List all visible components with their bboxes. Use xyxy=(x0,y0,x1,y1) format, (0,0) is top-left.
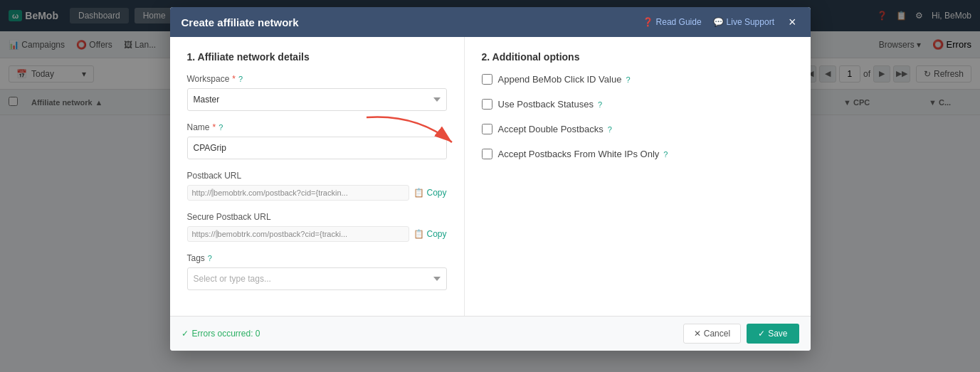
errors-status: ✓ Errors occurred: 0 xyxy=(181,329,260,339)
modal-header-actions: ❓ Read Guide 💬 Live Support × xyxy=(643,16,799,28)
name-label: Name * ? xyxy=(187,122,447,132)
use-postback-statuses-group: Use Postback Statuses ? xyxy=(482,99,794,110)
section1-title: 1. Affiliate network details xyxy=(187,51,447,63)
save-check-icon: ✓ xyxy=(758,329,765,339)
secure-postback-url-field-group: Secure Postback URL https:// bemobtrk.co… xyxy=(187,212,447,242)
secure-postback-url-row: https:// bemobtrk.com/postback?cid={trac… xyxy=(187,226,447,242)
secure-postback-url-value: https:// bemobtrk.com/postback?cid={trac… xyxy=(187,226,410,242)
section2-title: 2. Additional options xyxy=(482,51,794,63)
modal-overlay: Create affiliate network ❓ Read Guide 💬 … xyxy=(0,0,980,372)
append-click-id-help-icon[interactable]: ? xyxy=(626,75,630,84)
accept-double-postbacks-help-icon[interactable]: ? xyxy=(608,125,612,134)
question-circle-icon: ❓ xyxy=(643,17,653,27)
workspace-help-icon[interactable]: ? xyxy=(238,75,243,83)
name-help-icon[interactable]: ? xyxy=(218,123,223,132)
accept-white-ips-help-icon[interactable]: ? xyxy=(663,150,668,159)
accept-double-postbacks-text: Accept Double Postbacks xyxy=(498,124,604,134)
tags-help-icon[interactable]: ? xyxy=(208,254,212,262)
tags-select[interactable]: Select or type tags... xyxy=(187,267,447,290)
live-support-label: Live Support xyxy=(727,17,774,27)
name-label-text: Name xyxy=(187,122,210,132)
use-postback-statuses-help-icon[interactable]: ? xyxy=(598,100,602,109)
postback-url-label-text: Postback URL xyxy=(187,171,242,181)
name-required-star: * xyxy=(213,122,216,132)
workspace-label-text: Workspace xyxy=(187,74,230,84)
annotation-arrow xyxy=(465,110,467,160)
workspace-select[interactable]: Master xyxy=(187,88,447,111)
cancel-label: Cancel xyxy=(704,329,730,339)
additional-options-panel: 2. Additional options Append BeMob Click… xyxy=(465,37,811,316)
accept-double-postbacks-group: Accept Double Postbacks ? xyxy=(482,124,794,134)
postback-url-copy-label: Copy xyxy=(426,188,446,198)
cancel-x-icon: ✕ xyxy=(694,329,701,339)
secure-postback-url-label: Secure Postback URL xyxy=(187,212,447,222)
use-postback-statuses-label: Use Postback Statuses ? xyxy=(498,99,603,110)
read-guide-label: Read Guide xyxy=(656,17,702,27)
modal-close-button[interactable]: × xyxy=(786,16,799,28)
append-click-id-group: Append BeMob Click ID Value ? xyxy=(482,74,794,85)
footer-buttons: ✕ Cancel ✓ Save xyxy=(683,324,799,344)
name-input[interactable] xyxy=(187,137,447,159)
accept-white-ips-label: Accept Postbacks From White IPs Only ? xyxy=(498,149,668,159)
copy-icon: 📋 xyxy=(413,188,424,198)
tags-label: Tags ? xyxy=(187,253,447,263)
accept-double-postbacks-checkbox[interactable] xyxy=(482,124,492,134)
live-support-link[interactable]: 💬 Live Support xyxy=(713,17,774,27)
append-click-id-label: Append BeMob Click ID Value ? xyxy=(498,74,631,85)
save-label: Save xyxy=(768,329,787,339)
check-circle-icon: ✓ xyxy=(181,329,189,339)
read-guide-link[interactable]: ❓ Read Guide xyxy=(643,17,702,27)
postback-url-row: http:// bemobtrk.com/postback?cid={track… xyxy=(187,185,447,201)
append-click-id-text: Append BeMob Click ID Value xyxy=(498,74,622,85)
use-postback-statuses-checkbox[interactable] xyxy=(482,99,492,110)
modal-footer: ✓ Errors occurred: 0 ✕ Cancel ✓ Save xyxy=(170,316,811,351)
chat-icon: 💬 xyxy=(713,17,724,27)
create-affiliate-network-modal: Create affiliate network ❓ Read Guide 💬 … xyxy=(170,7,811,351)
accept-white-ips-group: Accept Postbacks From White IPs Only ? xyxy=(482,149,794,159)
affiliate-network-details-panel: 1. Affiliate network details Workspace *… xyxy=(170,37,465,316)
tags-label-text: Tags xyxy=(187,253,205,263)
postback-url-label: Postback URL xyxy=(187,171,447,181)
postback-url-value: http:// bemobtrk.com/postback?cid={track… xyxy=(187,185,410,201)
secure-postback-url-copy-label: Copy xyxy=(426,229,446,239)
accept-white-ips-text: Accept Postbacks From White IPs Only xyxy=(498,149,660,159)
postback-url-field-group: Postback URL http:// bemobtrk.com/postba… xyxy=(187,171,447,201)
modal-title: Create affiliate network xyxy=(181,16,299,28)
workspace-field-group: Workspace * ? Master xyxy=(187,74,447,111)
postback-url-copy-button[interactable]: 📋 Copy xyxy=(413,188,446,198)
accept-white-ips-checkbox[interactable] xyxy=(482,149,492,159)
workspace-required-star: * xyxy=(232,74,236,84)
append-click-id-checkbox[interactable] xyxy=(482,74,492,85)
workspace-label: Workspace * ? xyxy=(187,74,447,84)
modal-body: 1. Affiliate network details Workspace *… xyxy=(170,37,811,316)
use-postback-statuses-text: Use Postback Statuses xyxy=(498,99,594,110)
secure-postback-url-copy-button[interactable]: 📋 Copy xyxy=(413,229,446,239)
name-field-group: Name * ? xyxy=(187,122,447,159)
errors-label: Errors occurred: 0 xyxy=(192,329,260,339)
accept-double-postbacks-label: Accept Double Postbacks ? xyxy=(498,124,612,134)
cancel-button[interactable]: ✕ Cancel xyxy=(683,324,741,344)
secure-postback-url-label-text: Secure Postback URL xyxy=(187,212,271,222)
modal-header: Create affiliate network ❓ Read Guide 💬 … xyxy=(170,7,811,37)
copy-icon-2: 📋 xyxy=(413,229,424,239)
save-button[interactable]: ✓ Save xyxy=(747,324,799,344)
tags-field-group: Tags ? Select or type tags... xyxy=(187,253,447,290)
